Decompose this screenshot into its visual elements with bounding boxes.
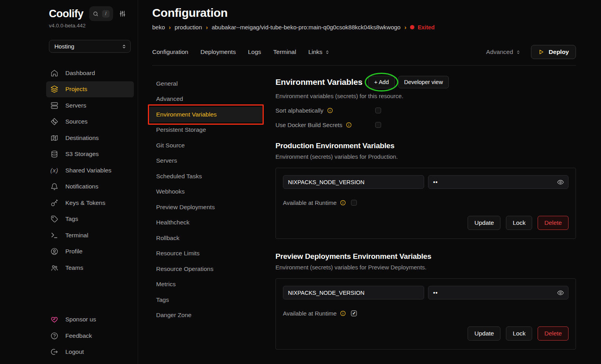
update-button[interactable]: Update <box>468 216 500 230</box>
docker-build-secrets-row: Use Docker Build Secrets ✓ <box>275 121 576 128</box>
map-icon <box>50 134 59 142</box>
subnav-item-advanced[interactable]: Advanced <box>152 91 265 107</box>
breadcrumb-resource[interactable]: abubakar--meigag/vid-tube-beko-pro:main-… <box>212 24 401 30</box>
subnav-item-servers[interactable]: Servers <box>152 153 265 169</box>
subnav-item-metrics[interactable]: Metrics <box>152 277 265 292</box>
bell-icon <box>50 183 59 190</box>
info-icon[interactable] <box>340 310 346 316</box>
settings-subnav: General Advanced Environment Variables P… <box>152 76 275 323</box>
status-badge: Exited <box>410 24 435 30</box>
team-selector[interactable]: Hosting <box>49 40 131 53</box>
delete-button[interactable]: Delete <box>538 326 569 341</box>
users-icon <box>50 264 59 272</box>
status-dot-icon <box>410 25 414 29</box>
available-at-runtime-label: Available at Runtime <box>283 199 336 206</box>
subnav-item-scheduled-tasks[interactable]: Scheduled Tasks <box>152 169 265 184</box>
app-logo[interactable]: Coolify <box>49 8 83 20</box>
variable-name-input[interactable] <box>283 286 424 299</box>
sidebar-footer-nav: Sponsor us Feedback Logout <box>0 312 138 360</box>
subnav-item-tags[interactable]: Tags <box>152 292 265 308</box>
sidebar-item-s3-storages[interactable]: S3 Storages <box>46 146 134 163</box>
production-section-description: Environment (secrets) variables for Prod… <box>275 153 576 160</box>
subnav-item-persistent-storage[interactable]: Persistent Storage <box>152 122 265 138</box>
tabbar-divider <box>152 65 576 66</box>
server-icon <box>50 102 59 109</box>
subnav-item-resource-limits[interactable]: Resource Limits <box>152 246 265 262</box>
sidebar-item-servers[interactable]: Servers <box>46 97 134 114</box>
sidebar-item-profile[interactable]: Profile <box>46 244 134 260</box>
sidebar-item-terminal[interactable]: Terminal <box>46 227 134 244</box>
status-text: Exited <box>417 24 435 30</box>
sidebar-item-teams[interactable]: Teams <box>46 260 134 276</box>
sidebar-item-sponsor-us[interactable]: Sponsor us <box>46 312 134 328</box>
sidebar-item-notifications[interactable]: Notifications <box>46 179 134 195</box>
available-at-runtime-checkbox[interactable]: ✓ <box>351 200 357 206</box>
sidebar-item-keys-tokens[interactable]: Keys & Tokens <box>46 195 134 211</box>
subnav-item-rollback[interactable]: Rollback <box>152 230 265 246</box>
subnav-item-healthcheck[interactable]: Healthcheck <box>152 215 265 231</box>
sidebar-item-tags[interactable]: Tags <box>46 211 134 228</box>
subnav-item-webhooks[interactable]: Webhooks <box>152 184 265 200</box>
production-variable-card: Available at Runtime ✓ Update Lock Delet… <box>275 168 576 239</box>
preview-variable-card: Available at Runtime ✓ Update Lock Delet… <box>275 278 576 350</box>
delete-button[interactable]: Delete <box>538 216 569 230</box>
tab-logs[interactable]: Logs <box>248 48 261 56</box>
sidebar-item-feedback[interactable]: Feedback <box>46 328 134 344</box>
sidebar-item-destinations[interactable]: Destinations <box>46 130 134 146</box>
breadcrumb: beko › production › abubakar--meigag/vid… <box>152 24 576 30</box>
production-section-title: Production Environment Variables <box>275 142 576 150</box>
subnav-item-resource-operations[interactable]: Resource Operations <box>152 261 265 277</box>
sidebar-item-sources[interactable]: Sources <box>46 114 134 130</box>
variable-name-input[interactable] <box>283 175 424 189</box>
reveal-value-eye-icon[interactable] <box>557 178 564 186</box>
add-variable-button[interactable]: + Add <box>368 76 395 88</box>
chevron-updown-icon <box>121 44 127 49</box>
sidebar-item-projects[interactable]: Projects <box>46 81 134 98</box>
reveal-value-eye-icon[interactable] <box>557 289 564 296</box>
subnav-item-preview-deployments[interactable]: Preview Deployments <box>152 199 265 215</box>
tab-links[interactable]: Links <box>308 48 330 56</box>
advanced-dropdown[interactable]: Advanced <box>486 48 521 56</box>
key-icon <box>50 199 59 207</box>
section-description: Environment variables (secrets) for this… <box>275 93 576 99</box>
docker-build-secrets-checkbox[interactable]: ✓ <box>375 122 381 128</box>
subnav-item-danger-zone[interactable]: Danger Zone <box>152 308 265 323</box>
sort-alphabetically-label: Sort alphabetically <box>275 107 324 114</box>
sidebar-item-shared-variables[interactable]: (x) Shared Variables <box>46 162 134 179</box>
available-at-runtime-checkbox[interactable]: ✓ <box>351 310 357 316</box>
settings-sliders-icon[interactable] <box>119 10 126 17</box>
subnav-item-general[interactable]: General <box>152 76 265 91</box>
tab-terminal[interactable]: Terminal <box>273 48 296 56</box>
info-icon[interactable] <box>346 122 352 128</box>
variable-value-input[interactable] <box>428 175 569 189</box>
help-circle-icon <box>50 332 59 340</box>
lock-button[interactable]: Lock <box>506 216 532 230</box>
tabbar: Configuration Deployments Logs Terminal … <box>152 45 576 59</box>
chevron-updown-icon <box>325 50 330 55</box>
subnav-item-environment-variables[interactable]: Environment Variables <box>149 107 262 122</box>
tab-deployments[interactable]: Deployments <box>200 48 236 56</box>
database-icon <box>50 150 59 158</box>
lock-button[interactable]: Lock <box>506 326 532 341</box>
terminal-icon <box>50 231 59 239</box>
available-at-runtime-label: Available at Runtime <box>283 310 336 317</box>
sidebar-item-logout[interactable]: Logout <box>46 344 134 360</box>
sort-alphabetically-checkbox[interactable]: ✓ <box>375 108 381 113</box>
git-source-icon <box>50 118 59 126</box>
sort-alphabetically-row: Sort alphabetically ✓ <box>275 107 576 114</box>
search-input[interactable]: / <box>89 6 113 21</box>
developer-view-button[interactable]: Developer view <box>398 76 449 88</box>
subnav-item-git-source[interactable]: Git Source <box>152 138 265 153</box>
variable-value-input[interactable] <box>428 286 569 299</box>
info-icon[interactable] <box>340 200 346 206</box>
play-icon <box>538 49 544 55</box>
info-icon[interactable] <box>327 108 333 113</box>
deploy-button[interactable]: Deploy <box>531 45 576 59</box>
preview-section-description: Environment (secrets) variables for Prev… <box>275 264 576 271</box>
sidebar-item-dashboard[interactable]: Dashboard <box>46 65 134 81</box>
breadcrumb-environment[interactable]: production <box>175 24 202 30</box>
section-title: Environment Variables <box>275 77 362 87</box>
breadcrumb-team[interactable]: beko <box>152 24 165 30</box>
tab-configuration[interactable]: Configuration <box>152 48 188 56</box>
update-button[interactable]: Update <box>468 326 500 341</box>
